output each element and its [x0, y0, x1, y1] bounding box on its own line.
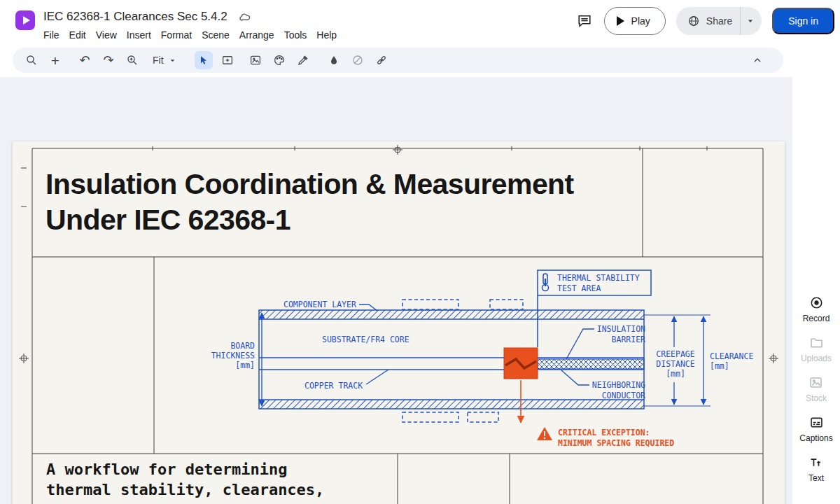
- sidebar-item-stock[interactable]: Stock: [806, 375, 827, 403]
- neighboring-conductor-label-2: CONDUCTOR: [602, 391, 645, 400]
- share-dropdown[interactable]: [741, 7, 762, 35]
- app-logo[interactable]: [15, 10, 35, 30]
- zoom-select[interactable]: Fit: [147, 55, 182, 66]
- eyedropper-tool[interactable]: [294, 51, 312, 69]
- critical-label-2: MINIMUM SPACING REQUIRED: [558, 438, 674, 448]
- board-thickness-label-1: BOARD: [230, 341, 255, 351]
- share-button[interactable]: Share: [676, 7, 762, 35]
- board-thickness-label-2: THICKNESS: [211, 351, 255, 360]
- registration-mark-left: [19, 354, 29, 363]
- caret-down-icon: [746, 17, 755, 25]
- caret-down-icon: [169, 57, 176, 64]
- play-button[interactable]: Play: [604, 7, 666, 35]
- menu-insert[interactable]: Insert: [122, 28, 156, 42]
- insulation-barrier-label-2: BARRIER: [612, 335, 646, 344]
- pcb-diagram: THERMAL STABILITY TEST AREA: [211, 270, 754, 422]
- document-title[interactable]: IEC 62368-1 Clearances Sec 5.4.2: [43, 10, 227, 24]
- zoom-in-icon[interactable]: [123, 51, 141, 69]
- menu-view[interactable]: View: [91, 28, 122, 42]
- critical-label-1: CRITICAL EXCEPTION:: [558, 428, 650, 438]
- sidebar-item-text[interactable]: Text: [808, 455, 824, 483]
- registration-mark-right: [769, 354, 778, 363]
- redo-button[interactable]: ↷: [99, 51, 118, 69]
- neighboring-conductor-label-1: NEIGHBORING: [592, 380, 645, 390]
- sign-in-button[interactable]: Sign in: [772, 8, 834, 34]
- toolbar: + ↶ ↷ Fit: [13, 48, 783, 73]
- clearance-label-2: [mm]: [710, 361, 729, 371]
- globe-icon: [687, 15, 700, 27]
- thermal-label-2: TEST AREA: [557, 284, 601, 293]
- toolbar-row: + ↶ ↷ Fit: [0, 43, 840, 77]
- warning-triangle-icon: [537, 427, 552, 440]
- clearance-label-1: CLEARANCE: [710, 351, 753, 361]
- menu-tools[interactable]: Tools: [279, 28, 312, 42]
- uploads-folder-icon: [809, 335, 824, 350]
- copper-track-label: COPPER TRACK: [304, 381, 363, 391]
- play-icon: [617, 16, 624, 26]
- menu-file[interactable]: File: [38, 28, 64, 42]
- menu-scene[interactable]: Scene: [197, 28, 234, 42]
- slide-footer-text[interactable]: A workflow for determining thermal stabi…: [46, 459, 324, 500]
- stock-image-icon: [808, 375, 823, 390]
- creepage-label-3: [mm]: [666, 369, 685, 379]
- no-fill-tool[interactable]: [349, 51, 367, 69]
- component-layer-label: COMPONENT LAYER: [284, 300, 356, 309]
- menu-format[interactable]: Format: [156, 28, 197, 42]
- menu-edit[interactable]: Edit: [64, 28, 91, 42]
- search-icon[interactable]: [22, 51, 41, 69]
- fill-color-tool[interactable]: [325, 51, 343, 69]
- top-copper-layer: [259, 310, 644, 319]
- top-bar: IEC 62368-1 Clearances Sec 5.4.2 File Ed…: [0, 0, 840, 43]
- link-tool[interactable]: [372, 51, 391, 69]
- editor-canvas[interactable]: THERMAL STABILITY TEST AREA: [0, 77, 792, 504]
- cloud-save-icon[interactable]: [236, 8, 254, 26]
- thermal-label-1: THERMAL STABILITY: [557, 273, 640, 283]
- insulation-barrier-strip: [538, 359, 644, 369]
- creepage-label-2: DISTANCE: [656, 359, 694, 369]
- board-thickness-label-3: [mm]: [235, 360, 255, 370]
- text-box-tool[interactable]: [218, 51, 237, 69]
- sidebar-item-captions[interactable]: Captions: [799, 415, 832, 443]
- sidebar-item-uploads[interactable]: Uploads: [801, 335, 832, 363]
- slide-title[interactable]: Insulation Coordination & Measurement Un…: [46, 167, 574, 238]
- add-scene-button[interactable]: +: [46, 51, 64, 69]
- text-tool-icon: [808, 455, 823, 470]
- thermometer-icon: [542, 274, 549, 291]
- select-tool[interactable]: [195, 51, 213, 69]
- insert-image-tool[interactable]: [246, 51, 265, 69]
- undo-button[interactable]: ↶: [76, 51, 94, 69]
- right-sidebar: Record Uploads Stock Captions: [792, 77, 840, 504]
- creepage-label-1: CREEPAGE: [656, 349, 694, 359]
- menu-arrange[interactable]: Arrange: [234, 28, 279, 42]
- title-area: IEC 62368-1 Clearances Sec 5.4.2 File Ed…: [43, 8, 342, 42]
- menu-help[interactable]: Help: [312, 28, 342, 42]
- menu-bar: File Edit View Insert Format Scene Arran…: [38, 28, 342, 42]
- sidebar-item-record[interactable]: Record: [803, 295, 830, 323]
- theme-colors-tool[interactable]: [270, 51, 288, 69]
- record-icon: [809, 295, 824, 310]
- play-label: Play: [631, 15, 650, 27]
- comments-icon[interactable]: [575, 12, 594, 30]
- registration-mark-top: [393, 145, 402, 155]
- substrate-label: SUBSTRATE/FR4 CORE: [322, 335, 410, 344]
- collapse-toolbar-icon[interactable]: [748, 51, 766, 69]
- play-logo-icon: [23, 16, 30, 24]
- captions-icon: [809, 415, 824, 430]
- slide[interactable]: THERMAL STABILITY TEST AREA: [13, 141, 785, 504]
- insulation-barrier-label-1: INSULATION: [597, 324, 645, 334]
- share-label: Share: [706, 15, 732, 27]
- bottom-copper-layer: [259, 400, 644, 409]
